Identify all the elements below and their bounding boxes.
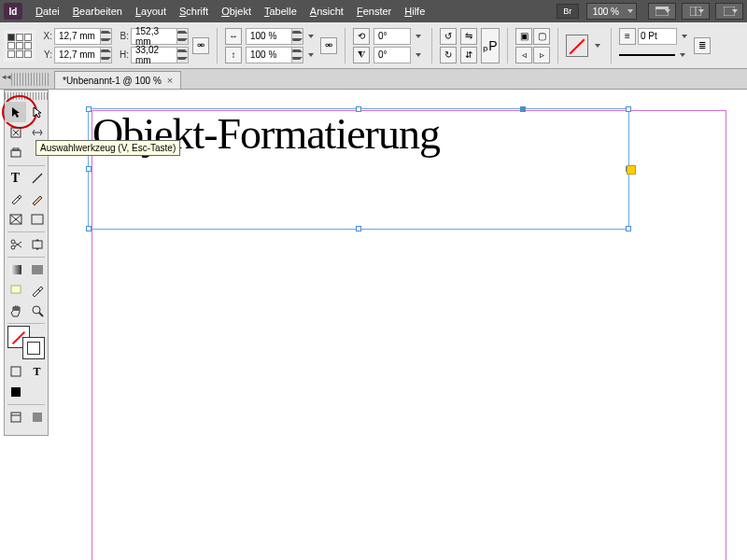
control-menu-icon[interactable]: ≣ <box>694 37 711 54</box>
scale-x-input[interactable]: 100 % <box>246 28 303 45</box>
svg-rect-18 <box>10 265 21 274</box>
fill-swatch[interactable] <box>566 35 588 57</box>
stroke-weight-input[interactable]: 0 Pt <box>638 28 677 45</box>
line-tool[interactable] <box>26 168 48 189</box>
arrange-docs-button[interactable] <box>682 3 710 20</box>
w-label: B: <box>116 31 129 41</box>
y-label: Y: <box>39 49 52 60</box>
reference-point[interactable] <box>4 30 35 62</box>
svg-rect-23 <box>11 367 21 376</box>
workspace-switcher[interactable] <box>715 3 743 20</box>
svg-rect-25 <box>11 413 21 422</box>
scale-x-icon: ↔ <box>225 28 242 45</box>
scale-y-icon: ↕ <box>225 47 242 63</box>
menu-schrift[interactable]: Schrift <box>174 3 214 20</box>
menu-datei[interactable]: Datei <box>30 3 65 20</box>
rotate-input[interactable]: 0° <box>374 28 411 45</box>
formatting-container-icon[interactable] <box>5 361 26 382</box>
app-logo: Id <box>4 3 22 20</box>
view-mode-preview-icon[interactable] <box>26 407 48 427</box>
type-tool[interactable]: T <box>5 168 26 189</box>
selection-tool[interactable] <box>5 102 26 122</box>
h-label: H: <box>116 49 129 60</box>
handle-ml[interactable] <box>86 166 92 172</box>
free-transform-tool[interactable] <box>26 234 48 255</box>
menu-bearbeiten[interactable]: Bearbeiten <box>67 3 128 20</box>
pen-tool[interactable] <box>5 189 26 209</box>
svg-rect-19 <box>32 265 43 274</box>
note-tool[interactable] <box>5 280 26 301</box>
page-tool[interactable] <box>5 122 26 143</box>
hand-tool[interactable] <box>5 301 26 321</box>
apply-color-icon[interactable] <box>5 382 26 402</box>
svg-rect-7 <box>13 148 19 150</box>
handle-tr-in[interactable] <box>520 106 526 112</box>
rotate-icon: ⟲ <box>353 28 370 45</box>
handle-tl[interactable] <box>86 106 92 112</box>
tab-gripper[interactable] <box>11 73 49 86</box>
scale-y-input[interactable]: 100 % <box>246 47 303 63</box>
x-input[interactable]: 12,7 mm <box>54 28 112 45</box>
direct-selection-tool[interactable] <box>26 102 48 122</box>
constrain-wh-icon[interactable]: ⚮ <box>192 37 209 54</box>
formatting-text-icon[interactable]: T <box>26 361 48 382</box>
eyedropper-tool[interactable] <box>26 280 48 301</box>
menu-objekt[interactable]: Objekt <box>216 3 257 20</box>
content-collector-tool[interactable] <box>5 143 26 163</box>
menu-tabelle[interactable]: Tabelle <box>259 3 303 20</box>
pencil-tool[interactable] <box>26 189 48 209</box>
handle-br[interactable] <box>626 226 631 231</box>
zoom-level[interactable]: 100 % <box>586 3 637 20</box>
constrain-scale-icon[interactable]: ⚮ <box>320 37 337 54</box>
tooltip: Auswahlwerkzeug (V, Esc-Taste) <box>35 140 180 156</box>
rotate-cw-icon[interactable]: ↻ <box>440 47 457 63</box>
flip-v-icon[interactable]: ⇵ <box>460 47 477 63</box>
x-label: X: <box>39 31 52 41</box>
document-tab-strip: ◂◂ *Unbenannt-1 @ 100 % × <box>0 69 747 90</box>
menu-fenster[interactable]: Fenster <box>351 3 397 20</box>
document-tab-title: *Unbenannt-1 @ 100 % <box>63 76 162 86</box>
svg-point-21 <box>33 306 40 314</box>
select-content-icon[interactable]: ▢ <box>533 28 550 45</box>
svg-rect-20 <box>11 286 21 293</box>
menu-hilfe[interactable]: Hilfe <box>399 3 430 20</box>
text-frame[interactable]: Objekt-Formatierung <box>88 108 629 230</box>
document-tab[interactable]: *Unbenannt-1 @ 100 % × <box>54 71 181 89</box>
zoom-tool[interactable] <box>26 301 48 321</box>
select-container-icon[interactable]: ▣ <box>515 28 532 45</box>
gradient-feather-tool[interactable] <box>26 259 48 280</box>
rectangle-frame-tool[interactable] <box>5 209 26 230</box>
svg-line-8 <box>33 174 42 183</box>
collapse-panels-icon[interactable]: ◂◂ <box>2 72 11 81</box>
select-prev-icon[interactable]: ◃ <box>515 47 532 63</box>
svg-rect-17 <box>33 241 42 248</box>
overset-indicator[interactable] <box>627 165 636 175</box>
h-input[interactable]: 33,02 mm <box>131 47 189 63</box>
handle-tr[interactable] <box>626 106 631 112</box>
screen-mode-button[interactable] <box>648 3 676 20</box>
svg-line-16 <box>15 242 21 246</box>
menu-layout[interactable]: Layout <box>130 3 172 20</box>
scissors-tool[interactable] <box>5 234 26 255</box>
menu-ansicht[interactable]: Ansicht <box>304 3 349 20</box>
handle-bl[interactable] <box>86 226 92 231</box>
svg-rect-27 <box>33 413 42 422</box>
rectangle-tool[interactable] <box>26 209 48 230</box>
handle-tc[interactable] <box>356 106 361 112</box>
gradient-swatch-tool[interactable] <box>5 259 26 280</box>
y-input[interactable]: 12,7 mm <box>54 47 112 63</box>
stroke-style[interactable] <box>619 54 675 56</box>
canvas[interactable]: Objekt-Formatierung <box>54 90 747 560</box>
close-tab-icon[interactable]: × <box>167 75 173 86</box>
view-mode-normal-icon[interactable] <box>5 407 26 427</box>
fill-stroke-swatches[interactable] <box>7 326 45 359</box>
rotate-ccw-icon[interactable]: ↺ <box>440 28 457 45</box>
select-next-icon[interactable]: ▹ <box>533 47 550 63</box>
w-input[interactable]: 152,3 mm <box>131 28 189 45</box>
bridge-button[interactable]: Br <box>557 4 579 19</box>
shear-input[interactable]: 0° <box>374 47 411 63</box>
flip-h-icon[interactable]: ⇋ <box>460 28 477 45</box>
toolbox-gripper[interactable] <box>5 92 48 100</box>
svg-point-14 <box>11 245 15 249</box>
handle-bc[interactable] <box>356 226 361 231</box>
